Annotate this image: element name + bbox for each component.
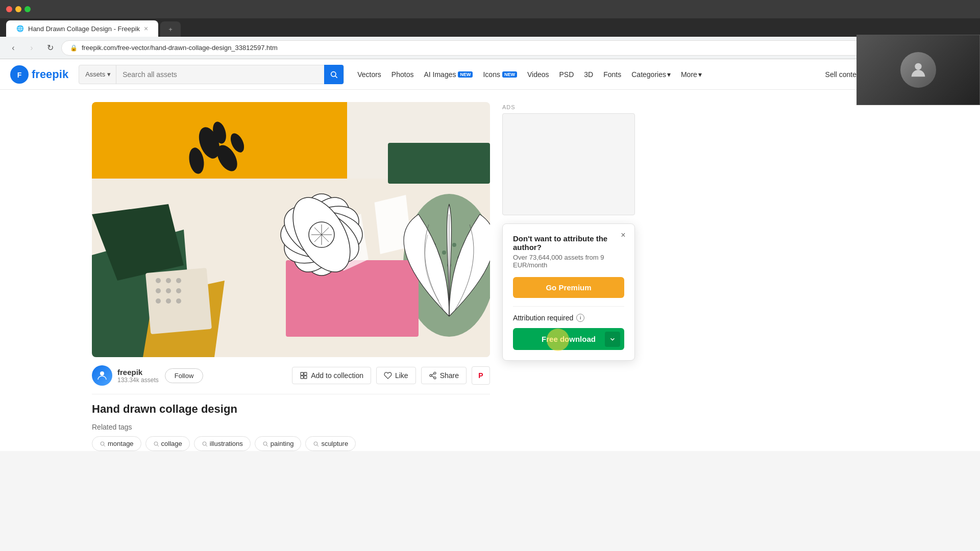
tag-montage[interactable]: montage [92, 436, 141, 451]
tag-sculpture[interactable]: sculpture [305, 436, 356, 451]
svg-point-29 [156, 288, 161, 293]
logo-text: freepik [32, 68, 68, 81]
nav-categories[interactable]: Categories ▾ [626, 66, 676, 83]
tag-illustrations[interactable]: illustrations [194, 436, 251, 451]
svg-point-51 [434, 372, 436, 374]
svg-point-26 [156, 278, 161, 283]
nav-ai-images[interactable]: AI Images NEW [419, 66, 478, 83]
svg-rect-48 [304, 372, 307, 375]
follow-button[interactable]: Follow [165, 368, 204, 383]
main-image-container [92, 102, 490, 357]
related-tags-label: Related tags [92, 423, 490, 431]
svg-point-33 [166, 298, 171, 304]
search-input[interactable] [116, 70, 324, 79]
chevron-down-icon [609, 336, 616, 343]
pip-video [856, 35, 980, 105]
svg-line-54 [431, 376, 434, 378]
svg-rect-47 [301, 372, 303, 375]
free-download-button[interactable]: Free download [513, 328, 624, 350]
back-button[interactable]: ‹ [6, 41, 20, 55]
svg-point-62 [263, 442, 267, 445]
svg-point-64 [314, 442, 317, 445]
add-to-collection-button[interactable]: Add to collection [292, 367, 371, 384]
pinterest-button[interactable]: P [472, 366, 490, 385]
nav-icons[interactable]: Icons NEW [478, 66, 522, 83]
address-bar[interactable]: freepik.com/free-vector/hand-drawn-colla… [82, 44, 278, 52]
collage-artwork [92, 102, 490, 357]
like-button[interactable]: Like [376, 367, 416, 384]
nav-psd[interactable]: PSD [554, 66, 579, 83]
share-button[interactable]: Share [421, 367, 467, 384]
svg-line-59 [157, 445, 159, 446]
svg-line-61 [206, 445, 207, 446]
svg-point-52 [430, 374, 432, 377]
svg-line-3 [335, 76, 337, 78]
ads-box [502, 113, 635, 215]
search-tag-icon [100, 441, 106, 447]
svg-point-30 [166, 288, 171, 293]
search-button[interactable] [324, 65, 344, 84]
reload-button[interactable]: ↻ [43, 41, 57, 55]
nav-more[interactable]: More ▾ [676, 66, 707, 83]
tab-title: Hand Drawn Collage Design - Freepik [28, 25, 140, 33]
assets-select[interactable]: Assets ▾ [79, 65, 116, 84]
svg-text:F: F [17, 71, 22, 79]
svg-point-10 [442, 251, 446, 255]
popup-title: Don't want to attribute the author? [513, 234, 624, 252]
search-tag-icon-3 [202, 441, 208, 447]
svg-rect-49 [301, 376, 303, 379]
svg-point-58 [154, 442, 158, 445]
author-avatar [92, 365, 112, 386]
nav-fonts[interactable]: Fonts [598, 66, 626, 83]
nav-vectors[interactable]: Vectors [352, 66, 386, 83]
heart-icon [384, 371, 392, 380]
search-tag-icon-4 [262, 441, 268, 447]
attribution-info-icon[interactable]: i [576, 314, 584, 322]
svg-rect-50 [304, 376, 307, 379]
svg-point-66 [915, 63, 921, 70]
ads-label: ADS [502, 104, 635, 110]
svg-line-55 [431, 373, 434, 375]
share-icon [429, 371, 437, 380]
forward-button[interactable]: › [24, 41, 39, 55]
svg-line-65 [317, 445, 319, 446]
search-icon [330, 70, 338, 79]
svg-point-32 [156, 298, 161, 304]
nav-photos[interactable]: Photos [386, 66, 419, 83]
author-assets: 133.34k assets [117, 377, 159, 384]
nav-videos[interactable]: Videos [522, 66, 554, 83]
svg-point-27 [166, 278, 171, 283]
svg-point-53 [434, 377, 436, 379]
svg-line-57 [104, 445, 105, 446]
author-bar: freepik 133.34k assets Follow Add to col… [92, 357, 490, 394]
collection-icon [300, 371, 308, 380]
nav-3d[interactable]: 3D [579, 66, 598, 83]
svg-point-46 [100, 371, 104, 375]
dropdown-icon: ▾ [107, 70, 111, 78]
svg-point-60 [203, 442, 206, 445]
search-tag-icon-5 [313, 441, 319, 447]
popup-close-button[interactable]: × [617, 229, 629, 241]
tag-collage[interactable]: collage [145, 436, 190, 451]
svg-point-34 [176, 298, 181, 304]
go-premium-button[interactable]: Go Premium [513, 277, 624, 298]
attribution-popup: × Don't want to attribute the author? Ov… [502, 223, 635, 361]
svg-point-2 [331, 71, 336, 76]
download-dropdown-icon[interactable] [605, 332, 620, 347]
svg-line-63 [266, 445, 268, 446]
svg-point-56 [101, 442, 104, 445]
logo[interactable]: F freepik [10, 65, 68, 84]
image-title: Hand drawn collage design [92, 403, 490, 416]
tag-painting[interactable]: painting [255, 436, 302, 451]
author-name[interactable]: freepik [117, 368, 159, 377]
logo-icon: F [10, 65, 29, 84]
svg-rect-7 [388, 143, 490, 184]
attribution-required-label: Attribution required [513, 314, 573, 322]
svg-point-11 [452, 243, 456, 247]
svg-point-31 [176, 288, 181, 293]
popup-subtitle: Over 73,644,000 assets from 9 EUR/month [513, 254, 624, 269]
svg-point-28 [176, 278, 181, 283]
search-tag-icon-2 [153, 441, 159, 447]
